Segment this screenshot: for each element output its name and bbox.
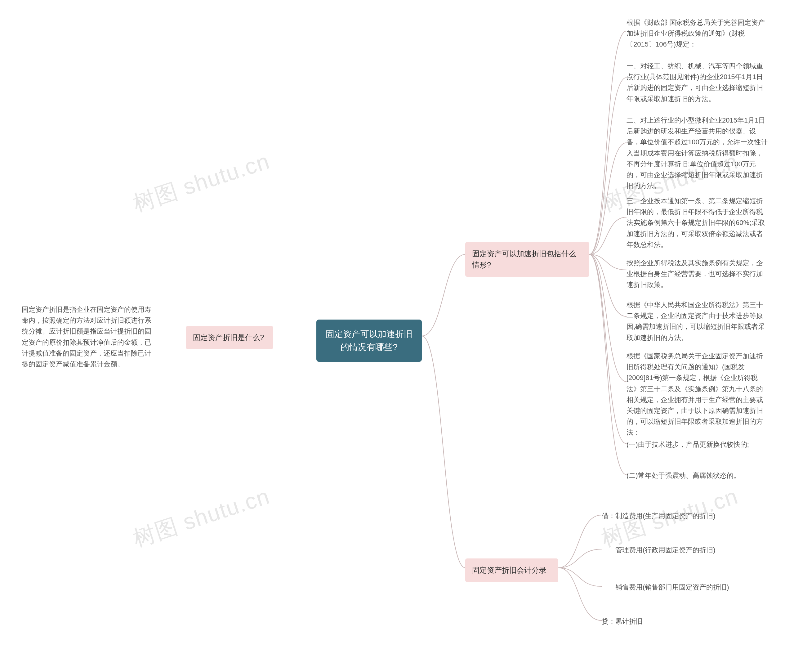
branch-what-is-depreciation[interactable]: 固定资产折旧是什么? — [186, 326, 273, 349]
leaf-r2-3: 贷：累计折旧 — [602, 616, 751, 627]
leaf-r1-3: 三、企业按本通知第一条、第二条规定缩短折旧年限的，最低折旧年限不得低于企业所得税… — [626, 195, 769, 250]
leaf-r2-1: 管理费用(行政用固定资产的折旧) — [602, 544, 751, 555]
leaf-r2-2: 销售费用(销售部门用固定资产的折旧) — [602, 582, 751, 593]
leaf-r1-7: (一)由于技术进步，产品更新换代较快的; — [626, 439, 769, 450]
leaf-r1-0: 根据《财政部 国家税务总局关于完善固定资产加速折旧企业所得税政策的通知》(财税〔… — [626, 17, 769, 50]
leaf-depreciation-definition: 固定资产折旧是指企业在固定资产的使用寿命内，按照确定的方法对应计折旧额进行系统分… — [22, 304, 155, 370]
watermark: 树图 shutu.cn — [129, 146, 273, 219]
branch-accounting-entries[interactable]: 固定资产折旧会计分录 — [465, 558, 558, 582]
branch-accelerated-cases[interactable]: 固定资产可以加速折旧包括什么情形? — [465, 242, 589, 277]
leaf-r1-4: 按照企业所得税法及其实施条例有关规定，企业根据自身生产经营需要，也可选择不实行加… — [626, 258, 769, 290]
watermark: 树图 shutu.cn — [129, 482, 273, 554]
leaf-r1-8: (二)常年处于强震动、高腐蚀状态的。 — [626, 470, 769, 481]
leaf-r1-2: 二、对上述行业的小型微利企业2015年1月1日后新购进的研发和生产经营共用的仪器… — [626, 115, 769, 191]
leaf-r2-0: 借：制造费用(生产用固定资产的折旧) — [602, 510, 751, 521]
root-node[interactable]: 固定资产可以加速折旧的情况有哪些? — [316, 320, 422, 362]
leaf-r1-6: 根据《国家税务总局关于企业固定资产加速折旧所得税处理有关问题的通知》(国税发[2… — [626, 350, 769, 438]
leaf-r1-5: 根据《中华人民共和国企业所得税法》第三十二条规定，企业的固定资产由于技术进步等原… — [626, 299, 769, 343]
leaf-r1-1: 一、对轻工、纺织、机械、汽车等四个领域重点行业(具体范围见附件)的企业2015年… — [626, 61, 769, 104]
